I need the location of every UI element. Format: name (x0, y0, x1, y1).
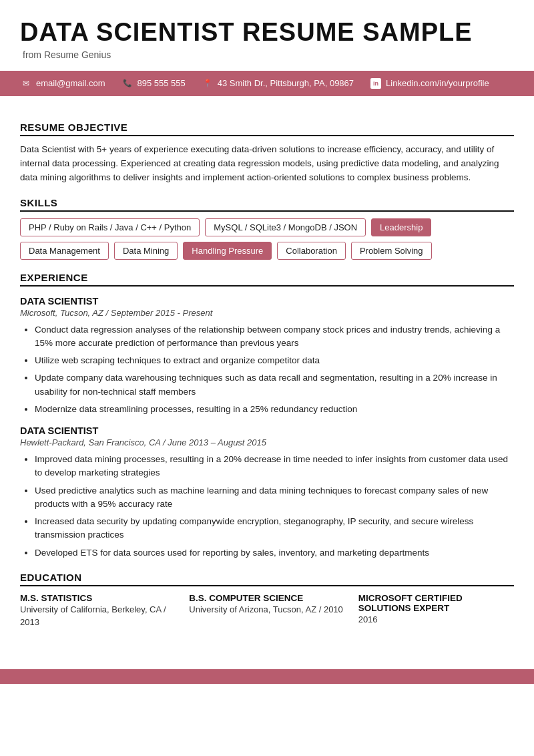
edu-detail: 2016 (358, 613, 514, 626)
subtitle: from Resume Genius (23, 49, 514, 60)
bullet-item: Increased data security by updating comp… (35, 515, 514, 542)
edu-degree: B.S. COMPUTER SCIENCE (189, 593, 344, 603)
edu-degree: MICROSOFT CERTIFIED SOLUTIONS EXPERT (358, 593, 514, 613)
bullet-item: Modernize data streamlining processes, r… (35, 403, 514, 416)
footer-bar (0, 669, 534, 684)
edu-item: MICROSOFT CERTIFIED SOLUTIONS EXPERT2016 (358, 593, 514, 629)
contact-email: email@gmail.com (20, 77, 105, 89)
phone-icon (121, 77, 134, 89)
bullet-item: Developed ETS for data sources used for … (35, 546, 514, 560)
edu-detail: University of Arizona, Tucson, AZ / 2010 (189, 603, 344, 616)
objective-section: RESUME OBJECTIVE Data Scientist with 5+ … (20, 122, 514, 185)
job-bullets: Improved data mining processes, resultin… (20, 453, 514, 560)
objective-title: RESUME OBJECTIVE (20, 122, 514, 136)
job-title: DATA SCIENTIST (20, 425, 514, 436)
experience-title: EXPERIENCE (20, 272, 514, 287)
education-title: EDUCATION (20, 572, 514, 586)
skill-tag: Handling Pressure (183, 242, 272, 260)
skill-tag: Data Mining (114, 242, 178, 260)
skill-tag: PHP / Ruby on Rails / Java / C++ / Pytho… (20, 218, 200, 236)
linkedin-icon: in (370, 77, 382, 89)
edu-degree: M.S. STATISTICS (20, 593, 176, 603)
objective-text: Data Scientist with 5+ years of experien… (20, 143, 514, 185)
skill-tag: Data Management (20, 242, 109, 260)
bullet-item: Improved data mining processes, resultin… (35, 453, 514, 480)
skills-section: SKILLS PHP / Ruby on Rails / Java / C++ … (20, 197, 514, 260)
bullet-item: Used predictive analytics such as machin… (35, 484, 514, 512)
skill-tag: Problem Solving (351, 242, 432, 260)
jobs-container: DATA SCIENTISTMicrosoft, Tucson, AZ / Se… (20, 296, 514, 560)
contact-linkedin: in Linkedin.com/in/yourprofile (370, 77, 489, 89)
skill-tag: Leadership (371, 218, 431, 236)
job-title: DATA SCIENTIST (20, 296, 514, 307)
bullet-item: Conduct data regression analyses of the … (35, 323, 514, 351)
edu-item: M.S. STATISTICSUniversity of California,… (20, 593, 176, 629)
resume-body: RESUME OBJECTIVE Data Scientist with 5+ … (0, 96, 534, 649)
job-meta: Microsoft, Tucson, AZ / September 2015 -… (20, 308, 514, 318)
education-section: EDUCATION M.S. STATISTICSUniversity of C… (20, 572, 514, 629)
bullet-item: Update company data warehousing techniqu… (35, 371, 514, 399)
skill-tag: Collaboration (277, 242, 346, 260)
contact-address: 43 Smith Dr., Pittsburgh, PA, 09867 (202, 77, 354, 89)
phone-text: 895 555 555 (138, 78, 186, 88)
address-text: 43 Smith Dr., Pittsburgh, PA, 09867 (218, 78, 354, 88)
bullet-item: Utilize web scraping techniques to extra… (35, 354, 514, 367)
contact-phone: 895 555 555 (121, 77, 186, 89)
main-title: DATA SCIENTIST RESUME SAMPLE (20, 19, 514, 47)
edu-detail: University of California, Berkeley, CA /… (20, 603, 176, 629)
edu-item: B.S. COMPUTER SCIENCEUniversity of Arizo… (189, 593, 344, 629)
email-text: email@gmail.com (36, 78, 105, 88)
email-icon (20, 77, 32, 89)
contact-bar: email@gmail.com 895 555 555 43 Smith Dr.… (0, 71, 534, 96)
resume-header: DATA SCIENTIST RESUME SAMPLE from Resume… (0, 0, 534, 67)
skills-title: SKILLS (20, 197, 514, 212)
linkedin-text: Linkedin.com/in/yourprofile (386, 78, 489, 88)
job-bullets: Conduct data regression analyses of the … (20, 323, 514, 417)
skill-tag: MySQL / SQLite3 / MongoDB / JSON (205, 218, 366, 236)
job-entry: DATA SCIENTISTMicrosoft, Tucson, AZ / Se… (20, 296, 514, 417)
job-entry: DATA SCIENTISTHewlett-Packard, San Franc… (20, 425, 514, 560)
experience-section: EXPERIENCE DATA SCIENTISTMicrosoft, Tucs… (20, 272, 514, 560)
location-icon (202, 77, 214, 89)
education-grid: M.S. STATISTICSUniversity of California,… (20, 593, 514, 629)
skills-container: PHP / Ruby on Rails / Java / C++ / Pytho… (20, 218, 514, 260)
job-meta: Hewlett-Packard, San Francisco, CA / Jun… (20, 437, 514, 447)
